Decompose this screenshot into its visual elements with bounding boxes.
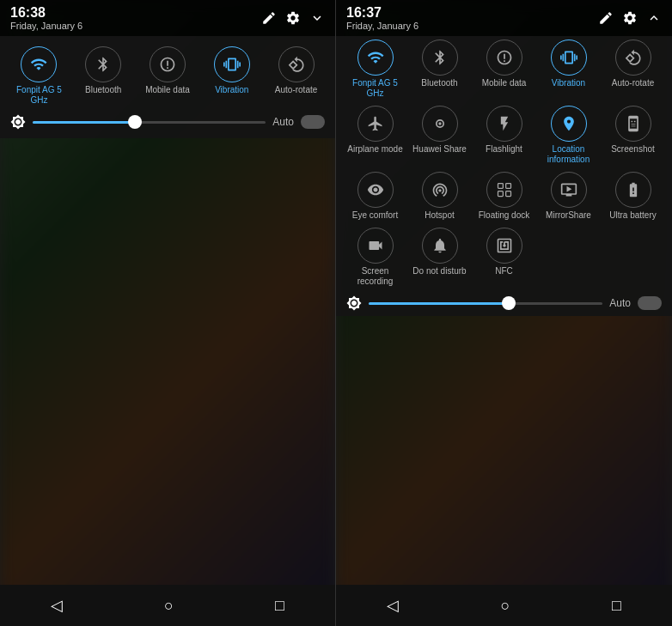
right-chevron-up-icon[interactable]	[646, 10, 662, 26]
left-brightness-row: Auto	[0, 109, 335, 135]
bluetooth-icon-wrap	[85, 46, 121, 82]
left-brightness-slider[interactable]	[33, 121, 266, 124]
left-home-button[interactable]: ○	[164, 597, 174, 615]
left-quick-settings: Fonpit AG 5 GHz Bluetooth Mobile data	[0, 36, 335, 138]
right-expanded-qs: Fonpit AG 5 GHz Bluetooth Mobile data	[336, 36, 672, 316]
right-status-icons	[598, 10, 662, 26]
right-auto-toggle[interactable]	[638, 296, 662, 310]
left-recent-button[interactable]: □	[275, 597, 284, 615]
right-wifi-icon	[367, 49, 384, 66]
right-edit-icon	[598, 10, 614, 26]
right-tile-mobile-data[interactable]: Mobile data	[472, 40, 536, 99]
wifi-icon-wrap	[21, 46, 57, 82]
screenshot-label: Screenshot	[611, 144, 655, 155]
eye-comfort-icon	[367, 181, 384, 198]
left-tile-wifi[interactable]: Fonpit AG 5 GHz	[11, 46, 67, 106]
flashlight-icon	[496, 115, 513, 132]
right-qs-row1: Fonpit AG 5 GHz Bluetooth Mobile data	[336, 36, 672, 102]
left-qs-row1: Fonpit AG 5 GHz Bluetooth Mobile data	[0, 43, 335, 109]
right-auto-rotate-label: Auto-rotate	[612, 78, 654, 88]
right-status-bar: 16:37 Friday, January 6	[336, 0, 672, 36]
right-recent-button[interactable]: □	[612, 597, 621, 615]
airplane-label: Airplane mode	[347, 144, 402, 155]
huawei-share-label: Huawei Share	[412, 144, 467, 155]
right-mobile-data-icon	[496, 49, 513, 66]
right-date: Friday, January 6	[346, 21, 418, 31]
vibration-icon-wrap	[214, 46, 250, 82]
right-auto-label: Auto	[609, 297, 631, 309]
right-tile-floating-dock[interactable]: Floating dock	[472, 172, 536, 221]
right-tile-auto-rotate[interactable]: Auto-rotate	[601, 40, 665, 99]
auto-rotate-icon-wrap	[278, 46, 315, 82]
right-tile-airplane[interactable]: Airplane mode	[343, 106, 407, 165]
left-tile-auto-rotate[interactable]: Auto-rotate	[268, 46, 324, 106]
mirror-share-label: MirrorShare	[546, 210, 591, 221]
left-vibration-label: Vibration	[215, 85, 248, 95]
right-wifi-label: Fonpit AG 5 GHz	[343, 78, 407, 99]
right-settings-icon[interactable]	[622, 10, 638, 26]
mobile-data-icon	[159, 56, 176, 73]
edit-icon	[261, 10, 277, 26]
bluetooth-icon	[95, 56, 112, 73]
right-tile-wifi[interactable]: Fonpit AG 5 GHz	[343, 40, 407, 99]
left-status-icons	[261, 10, 325, 26]
location-icon	[560, 115, 577, 132]
right-brightness-icon	[346, 295, 362, 311]
right-auto-rotate-icon	[625, 49, 642, 66]
right-tile-location[interactable]: Location information	[536, 106, 601, 165]
svg-rect-4	[498, 191, 503, 197]
right-tile-dnd[interactable]: Do not disturb	[407, 228, 472, 287]
left-wifi-label: Fonpit AG 5 GHz	[11, 85, 67, 106]
right-vibration-icon	[560, 49, 577, 66]
auto-rotate-icon	[288, 56, 305, 73]
left-tile-mobile-data[interactable]: Mobile data	[139, 46, 195, 106]
right-home-button[interactable]: ○	[501, 597, 510, 615]
right-qs-row3: Eye comfort Hotspot Floating dock	[336, 168, 672, 224]
right-tile-ultra-battery[interactable]: Ultra battery	[601, 172, 665, 221]
screenshot-icon	[625, 115, 642, 132]
right-tile-hotspot[interactable]: Hotspot	[407, 172, 472, 221]
right-empty-slot-2	[601, 228, 665, 287]
huawei-share-icon	[431, 115, 449, 132]
right-empty-slot-1	[536, 228, 601, 287]
svg-point-1	[438, 122, 441, 125]
right-tile-vibration[interactable]: Vibration	[536, 40, 601, 99]
right-brightness-slider[interactable]	[369, 302, 602, 305]
right-tile-flashlight[interactable]: Flashlight	[472, 106, 536, 165]
left-time-block: 16:38 Friday, January 6	[10, 5, 82, 31]
right-tile-nfc[interactable]: NFC	[472, 228, 536, 287]
vibration-icon	[223, 56, 241, 73]
left-time: 16:38	[10, 5, 82, 21]
right-tile-huawei-share[interactable]: Huawei Share	[407, 106, 472, 165]
right-tile-mirror-share[interactable]: MirrorShare	[536, 172, 601, 221]
wifi-icon	[30, 56, 47, 73]
left-date: Friday, January 6	[10, 21, 82, 31]
right-time-block: 16:37 Friday, January 6	[346, 5, 418, 31]
right-tile-bluetooth[interactable]: Bluetooth	[407, 40, 472, 99]
right-back-button[interactable]: ◁	[387, 596, 399, 615]
right-panel: 16:37 Friday, January 6 Fonpit AG 5 GHz	[336, 0, 672, 626]
location-label: Location information	[536, 144, 601, 165]
right-bluetooth-icon	[431, 49, 449, 66]
left-auto-toggle[interactable]	[301, 115, 325, 129]
hotspot-icon	[431, 181, 449, 198]
left-tile-bluetooth[interactable]: Bluetooth	[76, 46, 131, 106]
left-back-button[interactable]: ◁	[51, 596, 63, 615]
left-bluetooth-label: Bluetooth	[85, 85, 121, 95]
right-tile-screen-recording[interactable]: Screen recording	[343, 228, 407, 287]
screen-recording-icon	[367, 237, 384, 254]
left-nav-bar: ◁ ○ □	[0, 585, 335, 626]
ultra-battery-label: Ultra battery	[609, 210, 656, 221]
mirror-share-icon	[560, 181, 577, 198]
screen-recording-label: Screen recording	[343, 266, 407, 287]
settings-icon[interactable]	[285, 10, 301, 26]
left-tile-vibration[interactable]: Vibration	[204, 46, 260, 106]
right-tile-eye-comfort[interactable]: Eye comfort	[343, 172, 407, 221]
dnd-icon	[431, 237, 449, 254]
floating-dock-label: Floating dock	[479, 210, 529, 221]
right-tile-screenshot[interactable]: Screenshot	[601, 106, 665, 165]
right-qs-row4: Screen recording Do not disturb NFC	[336, 224, 672, 290]
svg-rect-5	[505, 191, 510, 197]
chevron-down-icon[interactable]	[309, 10, 325, 26]
left-status-bar: 16:38 Friday, January 6	[0, 0, 335, 36]
